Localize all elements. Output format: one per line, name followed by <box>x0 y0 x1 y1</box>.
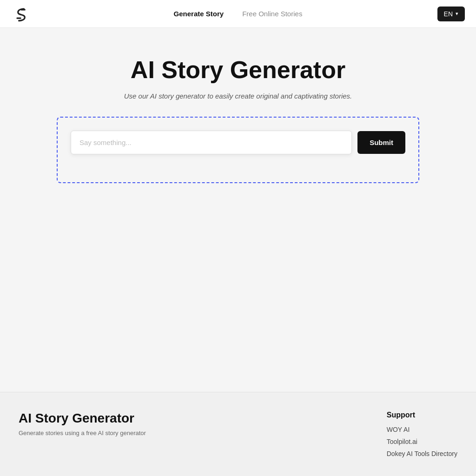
page-title: AI Story Generator <box>131 56 345 84</box>
input-row: Submit <box>71 131 405 154</box>
navbar-center: Generate Story Free Online Stories <box>174 10 303 18</box>
footer-link-toolpilot[interactable]: Toolpilot.ai <box>387 438 457 445</box>
footer-subtitle: Generate stories using a free AI story g… <box>19 430 146 436</box>
nav-generate-story[interactable]: Generate Story <box>174 10 224 18</box>
footer-left: AI Story Generator Generate stories usin… <box>19 411 146 436</box>
main-content: AI Story Generator Use our AI story gene… <box>0 28 476 392</box>
submit-button[interactable]: Submit <box>357 131 405 154</box>
footer: AI Story Generator Generate stories usin… <box>0 392 476 476</box>
footer-title: AI Story Generator <box>19 411 146 426</box>
page-subtitle: Use our AI story generator to easily cre… <box>124 92 352 100</box>
story-input-container: Submit <box>57 117 419 183</box>
chevron-down-icon: ▾ <box>456 11 458 17</box>
language-selector-button[interactable]: EN ▾ <box>437 7 465 21</box>
logo-icon <box>11 4 32 24</box>
language-label: EN <box>444 10 453 18</box>
footer-right: Support WOY AI Toolpilot.ai Dokey AI Too… <box>387 411 457 462</box>
footer-link-dokey[interactable]: Dokey AI Tools Directory <box>387 450 457 457</box>
navbar-left <box>11 4 32 24</box>
story-text-input[interactable] <box>71 131 352 154</box>
navbar: Generate Story Free Online Stories EN ▾ <box>0 0 476 28</box>
nav-free-stories[interactable]: Free Online Stories <box>242 10 302 18</box>
footer-link-woy-ai[interactable]: WOY AI <box>387 426 457 433</box>
support-heading: Support <box>387 411 457 419</box>
navbar-right: EN ▾ <box>437 7 465 21</box>
